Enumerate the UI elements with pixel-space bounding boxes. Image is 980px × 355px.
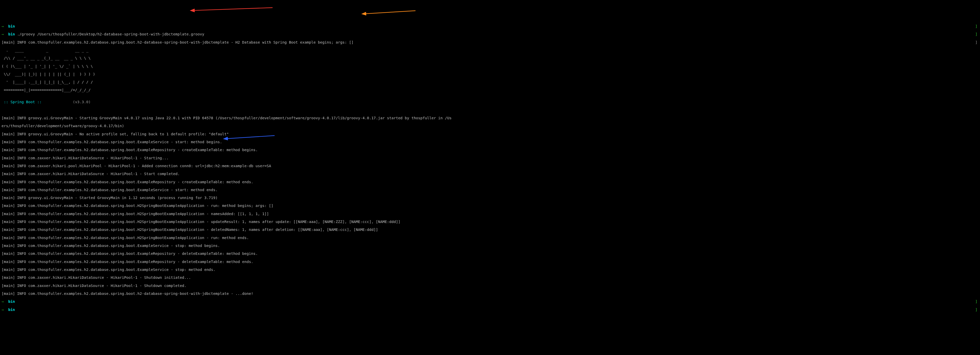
log-first: [main] INFO com.thospfuller.examples.h2.… [2, 41, 978, 44]
log-line: [main] INFO com.zaxxer.hikari.HikariData… [2, 172, 978, 176]
spring-banner-2: ( ( )\___ | '_ | '_| | '_ \/ _` | \ \ \ … [2, 65, 978, 68]
spring-banner-5: =========|_|==============|___/=/_/_/_/ [2, 88, 978, 92]
prompt-dir: bin [8, 24, 15, 28]
log-line: [main] INFO com.thospfuller.examples.h2.… [2, 140, 978, 144]
prompt-dir: bin [8, 307, 15, 312]
spring-boot-version: (v3.3.0) [44, 100, 91, 104]
spring-banner-3: \\/ ___)| |_)| | | | | || (_| | ) ) ) ) [2, 72, 978, 76]
log-line: [main] INFO com.thospfuller.examples.h2.… [2, 220, 978, 224]
prompt-line-4: → bin] [2, 308, 978, 312]
end-bracket: ] [975, 41, 977, 44]
spring-banner-4: ' |____| .__|_| |_|_| |_\__, | / / / / [2, 80, 978, 84]
groovy-command: ./groovy /Users/thospfuller/Desktop/h2-d… [17, 32, 204, 36]
log-line: [main] INFO com.thospfuller.examples.h2.… [2, 212, 978, 216]
log-line: [main] INFO com.zaxxer.hikari.HikariData… [2, 284, 978, 288]
prompt-arrow-icon: → [2, 307, 4, 312]
log-line: [main] INFO groovy.ui.GroovyMain - Start… [2, 196, 978, 200]
prompt-arrow-icon: → [2, 32, 4, 36]
prompt-line-1: → bin] [2, 24, 978, 29]
log-line: ers/thospfuller/development/software/gro… [2, 124, 978, 128]
log-line: [main] INFO com.thospfuller.examples.h2.… [2, 204, 978, 208]
log-line: [main] INFO com.zaxxer.hikari.HikariData… [2, 276, 978, 280]
prompt-dir: bin [8, 32, 15, 36]
log-line-done: [main] INFO com.thospfuller.examples.h2.… [2, 292, 978, 296]
log-line: [main] INFO com.zaxxer.hikari.HikariData… [2, 156, 978, 160]
spring-banner-0: . ____ _ __ _ _ [2, 48, 978, 52]
spring-boot-tag: :: Spring Boot :: [2, 100, 44, 104]
end-bracket: ] [975, 24, 977, 29]
spring-banner-1: /\\ / ___'_ __ _ _(_)_ __ __ _ \ \ \ \ [2, 56, 978, 60]
log-line: [main] INFO com.zaxxer.hikari.pool.Hikar… [2, 164, 978, 168]
prompt-line-3: → bin] [2, 300, 978, 304]
log-line: [main] INFO com.thospfuller.examples.h2.… [2, 228, 978, 232]
arrow-orange [365, 11, 415, 14]
log-line: [main] INFO com.thospfuller.examples.h2.… [2, 252, 978, 256]
log-line: [main] INFO com.thospfuller.examples.h2.… [2, 188, 978, 192]
prompt-arrow-icon: → [2, 300, 4, 304]
log-line: [main] INFO com.thospfuller.examples.h2.… [2, 180, 978, 184]
prompt-line-command: → bin ./groovy /Users/thospfuller/Deskto… [2, 32, 978, 36]
arrow-red [193, 8, 272, 10]
log-line: [main] INFO com.thospfuller.examples.h2.… [2, 268, 978, 272]
log-line: [main] INFO com.thospfuller.examples.h2.… [2, 260, 978, 264]
log-line: [main] INFO groovy.ui.GroovyMain - Start… [2, 116, 978, 120]
prompt-dir: bin [8, 300, 15, 304]
log-line: [main] INFO com.thospfuller.examples.h2.… [2, 236, 978, 240]
end-bracket: ] [975, 32, 977, 36]
log-line: [main] INFO com.thospfuller.examples.h2.… [2, 244, 978, 248]
log-line: [main] INFO groovy.ui.GroovyMain - No ac… [2, 132, 978, 136]
prompt-arrow-icon: → [2, 24, 4, 28]
log-line: [main] INFO com.thospfuller.examples.h2.… [2, 148, 978, 152]
spring-boot-tag-line: :: Spring Boot :: (v3.3.0) [2, 96, 978, 104]
end-bracket: ] [975, 308, 977, 312]
end-bracket: ] [975, 300, 977, 304]
terminal-output[interactable]: → bin] → bin ./groovy /Users/thospfuller… [0, 20, 980, 346]
